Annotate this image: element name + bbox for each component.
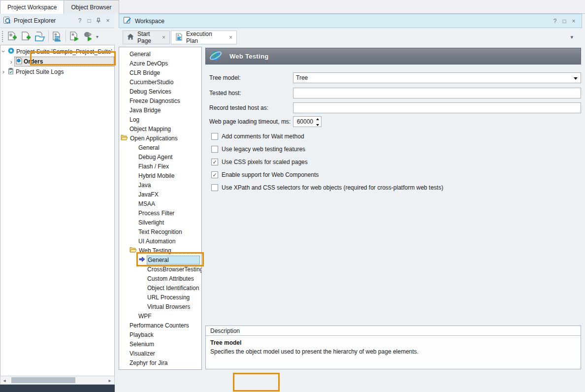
checkbox-xpath-css[interactable] xyxy=(211,184,218,191)
nav-item[interactable]: Java Bridge xyxy=(119,105,201,115)
checkbox-row[interactable]: ✓ Use CSS pixels for scaled pages xyxy=(211,158,308,166)
tab-start-page[interactable]: Start Page × xyxy=(123,31,170,44)
execution-plan-button[interactable] xyxy=(50,30,64,43)
nav-item[interactable]: Process Filter xyxy=(119,208,201,218)
field-label: Tree model: xyxy=(205,74,293,81)
nav-item[interactable]: CrossBrowserTesting xyxy=(119,264,201,274)
checkbox-row[interactable]: Use legacy web testing features xyxy=(211,145,305,154)
scroll-right-icon[interactable]: ▸ xyxy=(106,378,114,383)
record-tested-host-input[interactable] xyxy=(293,102,581,113)
project-icon xyxy=(15,57,22,66)
add-project-button[interactable] xyxy=(5,30,19,43)
description-text: Specifies the object model used to prese… xyxy=(210,348,576,355)
tree-item-orders[interactable]: › Orders xyxy=(0,56,114,67)
run-project-button[interactable] xyxy=(67,30,81,43)
help-icon[interactable]: ? xyxy=(76,17,84,25)
maximize-icon[interactable]: □ xyxy=(85,17,93,25)
checkbox-web-components[interactable]: ✓ xyxy=(211,171,218,178)
open-file-button[interactable] xyxy=(33,30,47,43)
nav-item[interactable]: Object Mapping xyxy=(119,124,201,133)
nav-item[interactable]: Hybrid Mobile xyxy=(119,171,201,180)
nav-item[interactable]: Zephyr for Jira xyxy=(119,358,201,367)
spin-up-icon[interactable] xyxy=(316,118,319,120)
nav-item[interactable]: General xyxy=(119,143,201,152)
tab-close-icon[interactable]: × xyxy=(229,34,232,41)
workspace-title: Workspace xyxy=(135,18,550,25)
tab-overflow-icon[interactable]: ▾ xyxy=(570,34,573,40)
nav-item[interactable]: Performance Counters xyxy=(119,321,201,330)
checkbox-legacy-features[interactable] xyxy=(211,146,218,153)
field-label: Record tested host as: xyxy=(205,104,293,111)
run-project-suite-button[interactable] xyxy=(81,30,95,43)
checkbox-add-comments[interactable] xyxy=(211,133,218,140)
checkbox-row[interactable]: Use XPath and CSS selectors for web obje… xyxy=(211,183,443,192)
scrollbar-thumb[interactable] xyxy=(11,377,75,383)
tree-item-label: Orders xyxy=(24,58,44,65)
toolbar-separator xyxy=(65,31,66,42)
combo-dropdown-icon[interactable] xyxy=(574,77,578,80)
nav-item[interactable]: Freeze Diagnostics xyxy=(119,96,201,105)
add-item-button[interactable] xyxy=(19,30,33,43)
tab-close-icon[interactable]: × xyxy=(162,34,165,41)
nav-item[interactable]: Debug Services xyxy=(119,87,201,96)
spin-down-icon[interactable] xyxy=(316,124,319,126)
nav-item[interactable]: CucumberStudio xyxy=(119,77,201,87)
nav-item[interactable]: Object Identification xyxy=(119,283,201,293)
pin-icon[interactable] xyxy=(95,17,102,25)
nav-item[interactable]: MSAA xyxy=(119,199,201,208)
nav-item[interactable]: Playback xyxy=(119,330,201,339)
settings-title: Web Testing xyxy=(229,53,268,60)
web-testing-settings: Web Testing Tree model: Tree Tested host… xyxy=(205,48,581,65)
current-item-arrow-icon xyxy=(139,257,145,263)
nav-item[interactable]: CLR Bridge xyxy=(119,68,201,77)
tree-item-project-suite[interactable]: › Project Suite 'Sample_Project_Suite' (… xyxy=(0,47,114,56)
nav-item[interactable]: Flash / Flex xyxy=(119,162,201,171)
tab-project-workspace[interactable]: Project Workspace xyxy=(0,0,64,14)
maximize-icon[interactable]: □ xyxy=(560,17,568,25)
nav-item[interactable]: Custom Attributes xyxy=(119,274,201,283)
checkbox-css-pixels[interactable]: ✓ xyxy=(211,159,218,165)
tree-model-combo[interactable]: Tree xyxy=(293,72,581,83)
nav-folder-open-applications[interactable]: Open Applications xyxy=(119,133,201,143)
field-row-timeout: Web page loading timeout, ms: 60000 xyxy=(205,116,581,127)
close-icon[interactable]: × xyxy=(104,17,112,25)
project-suite-icon xyxy=(7,47,15,56)
chevron-right-icon[interactable]: › xyxy=(8,58,14,65)
nav-item[interactable]: Java xyxy=(119,180,201,190)
nav-item[interactable]: Log xyxy=(119,115,201,124)
checkbox-row[interactable]: ✓ Enable support for Web Components xyxy=(211,170,319,179)
chevron-right-icon[interactable]: › xyxy=(0,68,6,75)
tested-host-input[interactable] xyxy=(293,88,581,98)
nav-item[interactable]: General xyxy=(119,49,201,59)
nav-folder-web-testing[interactable]: Web Testing xyxy=(119,246,201,255)
timeout-value: 60000 xyxy=(297,118,313,125)
nav-item[interactable]: UI Automation xyxy=(119,236,201,246)
timeout-spinner[interactable]: 60000 xyxy=(293,116,322,127)
scroll-left-icon[interactable]: ◂ xyxy=(0,378,8,383)
tree-item-project-suite-logs[interactable]: › Project Suite Logs xyxy=(0,67,114,76)
horizontal-scrollbar[interactable]: ◂ ▸ xyxy=(0,376,115,385)
nav-item[interactable]: Selenium xyxy=(119,339,201,349)
folder-icon xyxy=(130,247,137,254)
nav-item[interactable]: JavaFX xyxy=(119,190,201,199)
spinner-arrows[interactable] xyxy=(315,118,320,126)
nav-item[interactable]: Silverlight xyxy=(119,218,201,227)
nav-item[interactable]: Visualizer xyxy=(119,349,201,358)
checkbox-row[interactable]: Add comments for Wait method xyxy=(211,132,304,141)
nav-item[interactable]: Text Recognition xyxy=(119,227,201,236)
help-icon[interactable]: ? xyxy=(551,17,559,25)
nav-item[interactable]: Debug Agent xyxy=(119,152,201,162)
nav-item[interactable]: WPF xyxy=(119,311,201,321)
tab-execution-plan[interactable]: Execution Plan × xyxy=(171,31,237,44)
tab-object-browser[interactable]: Object Browser xyxy=(64,0,119,14)
close-icon[interactable]: × xyxy=(570,17,578,25)
chevron-down-icon[interactable]: › xyxy=(0,49,7,55)
nav-item[interactable]: Azure DevOps xyxy=(119,59,201,68)
nav-item[interactable]: URL Processing xyxy=(119,293,201,302)
tree-item-label: Project Suite Logs xyxy=(16,68,65,75)
nav-item[interactable]: Virtual Browsers xyxy=(119,302,201,311)
toolbar-more-icon[interactable]: ▾ xyxy=(96,34,98,39)
nav-item-general-selected[interactable]: General xyxy=(119,255,201,264)
toolbar-grip[interactable] xyxy=(2,31,4,42)
main-view-tabs: Project Workspace Object Browser xyxy=(0,0,585,14)
